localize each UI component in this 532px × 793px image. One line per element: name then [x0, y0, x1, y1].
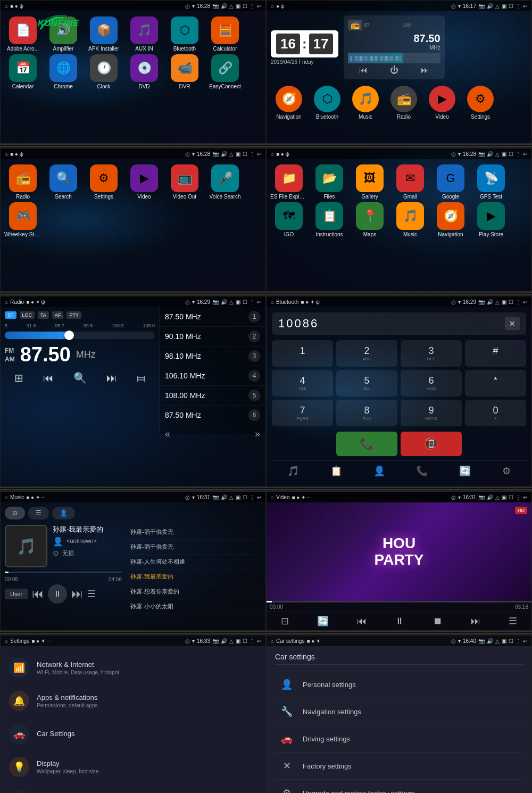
back-icon-music[interactable]: ↩ [257, 494, 261, 500]
next-icon[interactable]: ⏭ [106, 372, 117, 384]
home-app-item[interactable]: 🧭 Navigation [271, 86, 307, 120]
contacts-icon[interactable]: 👤 [373, 465, 385, 477]
tag-st[interactable]: ST [5, 311, 16, 319]
forward-icon[interactable]: ⏭ [71, 587, 83, 601]
back-icon-video[interactable]: ↩ [523, 494, 527, 500]
preset-item[interactable]: 108.00 MHz 5 [160, 386, 265, 406]
app-item[interactable]: 📦 APK Installer [85, 16, 123, 52]
back-icon-settings[interactable]: ↩ [257, 638, 261, 644]
home-icon-video[interactable]: ⌂ [271, 494, 274, 500]
call-log-icon[interactable]: 📞 [416, 465, 428, 477]
playlist-item[interactable]: 孙露-我最亲爱的 [126, 569, 261, 584]
menu-icon-3[interactable]: ⋮ [250, 151, 255, 157]
back-icon[interactable]: ↩ [257, 3, 261, 9]
tag-ta[interactable]: TA [38, 311, 49, 319]
playlist-item[interactable]: 孙露-小小新娘花 [126, 614, 261, 615]
menu-icon-settings[interactable]: ⋮ [250, 638, 255, 644]
home-app-item[interactable]: ⚙ Settings [462, 86, 498, 120]
home-app-item[interactable]: ▶ Video [424, 86, 460, 120]
home-icon-3[interactable]: ⌂ [5, 151, 8, 157]
settings-item[interactable]: 📶 Network & Internet Wi-Fi, Mobile, Data… [1, 651, 265, 684]
app-item[interactable]: 🎮 Wheelkey Stu... [4, 202, 42, 238]
power-icon[interactable]: ⏻ [390, 65, 398, 75]
dial-key-5[interactable]: 5 JKL [336, 370, 397, 396]
preset-item[interactable]: 90.10 MHz 2 [160, 327, 265, 346]
app-item[interactable]: G Google [431, 164, 470, 200]
menu-icon-car[interactable]: ⋮ [516, 638, 521, 644]
home-app-item[interactable]: 📻 Radio [386, 86, 422, 120]
dial-key-9[interactable]: 9 WXYZ [401, 400, 462, 426]
tag-loc[interactable]: LOC [20, 311, 35, 319]
app-item[interactable]: 🗺 IGO [270, 202, 308, 238]
back-icon-car[interactable]: ↩ [523, 638, 527, 644]
dial-key-3[interactable]: 3 DEF [401, 340, 462, 367]
prev-track-icon[interactable]: ⏮ [359, 65, 368, 75]
app-item[interactable]: 📁 ES File Explor... [270, 164, 308, 200]
playlist-item[interactable]: 孙露-小小的太阳 [126, 599, 261, 614]
app-item[interactable]: 📄 Adobe Acro... [4, 16, 42, 52]
menu-icon-radio[interactable]: ⋮ [250, 299, 255, 305]
app-item[interactable]: 📹 DVR [165, 54, 204, 90]
app-item[interactable]: ⬡ Bluetooth [165, 16, 204, 52]
app-item[interactable]: 📡 GPS Test [472, 164, 510, 200]
menu-icon-bt[interactable]: ⋮ [516, 299, 521, 305]
dial-key-7[interactable]: 7 PQRS [272, 400, 333, 426]
search-icon[interactable]: 🔍 [73, 371, 87, 384]
eq-icon[interactable]: ⧦ [137, 372, 145, 384]
app-item[interactable]: ✉ Gmail [391, 164, 429, 200]
bt-device-icon[interactable]: 🔄 [459, 465, 471, 477]
app-item[interactable]: 📍 Maps [351, 202, 389, 238]
user-button[interactable]: User [5, 589, 28, 599]
app-item[interactable]: 🎤 Voice Search [206, 164, 244, 200]
back-icon-4[interactable]: ↩ [523, 151, 527, 157]
app-item[interactable]: ▶ Video [125, 164, 163, 200]
menu-icon-4[interactable]: ⋮ [516, 151, 521, 157]
dial-key-*[interactable]: * [465, 370, 526, 396]
app-item[interactable]: 📋 Instructions [310, 202, 348, 238]
app-item[interactable]: 🔍 Search [44, 164, 82, 200]
preset-item[interactable]: 106.10 MHz 4 [160, 366, 265, 386]
home-icon-4[interactable]: ⌂ [271, 151, 274, 157]
play-pause-icon[interactable]: ⏸ [48, 584, 67, 604]
app-item[interactable]: 🎵 Music [391, 202, 429, 238]
app-item[interactable]: 📻 Radio [4, 164, 42, 200]
settings-item[interactable]: 🔔 Apps & notifications Permissions, defa… [1, 684, 265, 717]
rewind-icon[interactable]: ⏮ [32, 587, 44, 601]
car-settings-item[interactable]: ⚙ Upgrade and restore factory settings [275, 780, 523, 793]
video-progress[interactable] [267, 601, 531, 602]
app-item[interactable]: 🧮 Calculator [206, 16, 244, 52]
app-item[interactable]: 🕐 Clock [85, 54, 123, 90]
settings-item[interactable]: 🔊 Sound Volume, vibration, Do Not Distur… [1, 783, 265, 793]
home-icon[interactable]: ⌂ [5, 3, 8, 9]
menu-icon-2[interactable]: ⋮ [516, 3, 521, 9]
playlist-item[interactable]: 孙露-想着你亲爱的 [126, 584, 261, 599]
playlist-item[interactable]: 孙露-酒干倘卖无 [126, 525, 261, 540]
app-item[interactable]: 🔗 EasyConnect [206, 54, 244, 90]
menu-icon[interactable]: ⋮ [250, 3, 255, 9]
menu-icon-music[interactable]: ⋮ [250, 494, 255, 500]
phone-book-icon[interactable]: 📋 [330, 465, 342, 477]
preset-item[interactable]: 98.10 MHz 3 [160, 346, 265, 366]
music-progress-bar[interactable] [5, 572, 122, 573]
playlist-video-icon[interactable]: ☰ [509, 615, 517, 627]
playlist-item[interactable]: 孙露-人生何处不相逢 [126, 555, 261, 569]
car-settings-item[interactable]: 🚗 Driving settings [275, 725, 523, 753]
prev-page-icon[interactable]: « [165, 428, 170, 440]
menu-icon-video[interactable]: ⋮ [516, 494, 521, 500]
app-item[interactable]: ▶ Play Store [472, 202, 510, 238]
back-icon-radio[interactable]: ↩ [257, 299, 261, 305]
home-icon-radio[interactable]: ⌂ [5, 299, 8, 305]
dial-key-4[interactable]: 4 GHI [272, 370, 333, 396]
grid-icon[interactable]: ⊞ [14, 371, 23, 384]
home-icon-settings[interactable]: ⌂ [5, 638, 8, 644]
dial-key-0[interactable]: 0 + [465, 400, 526, 426]
repeat-icon[interactable]: 🔄 [317, 615, 329, 627]
dial-key-1[interactable]: 1 [272, 340, 333, 367]
playlist-icon[interactable]: ☰ [87, 588, 96, 600]
settings-item[interactable]: 💡 Display Wallpaper, sleep, font size [1, 750, 265, 783]
app-item[interactable]: 💿 DVD [125, 54, 163, 90]
prev-icon[interactable]: ⏮ [43, 372, 54, 384]
app-item[interactable]: 📂 Files [310, 164, 348, 200]
preset-item[interactable]: 87.50 MHz 1 [160, 307, 265, 327]
tag-pty[interactable]: PTY [66, 311, 81, 319]
